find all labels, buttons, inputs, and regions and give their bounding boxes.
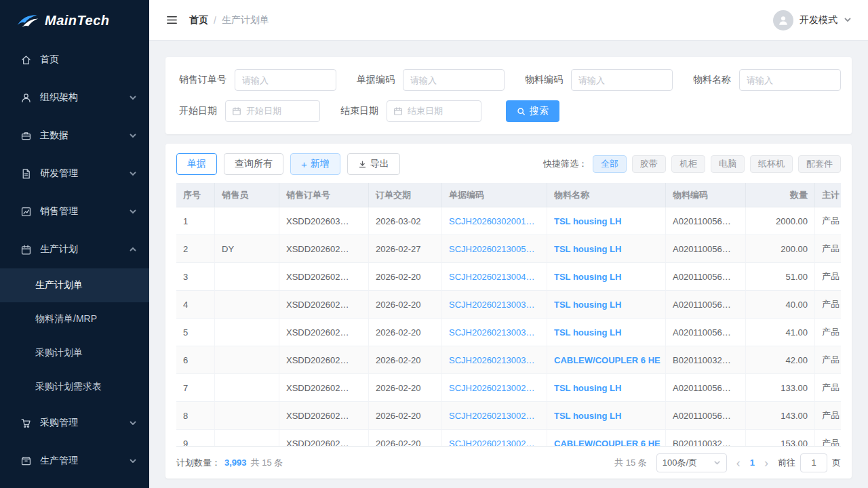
cell-material-code: A020110056… (666, 402, 746, 430)
quick-filter-chip[interactable]: 配套件 (798, 155, 841, 173)
cell-no: 1 (176, 207, 215, 235)
doc-code-link[interactable]: SCJH20260213003… (449, 355, 534, 365)
cell-plan-type: 产品 (815, 207, 841, 235)
filter-input[interactable] (571, 69, 673, 91)
date-input[interactable]: 结束日期 (387, 100, 481, 122)
search-button[interactable]: 搜索 (506, 100, 559, 122)
cell-order-no: XSDD202603… (279, 207, 369, 235)
cell-no: 3 (176, 263, 215, 291)
cell-qty: 2000.00 (746, 207, 815, 235)
user-mode-label: 开发模式 (800, 14, 837, 26)
cell-salesperson (215, 319, 279, 346)
calendar-icon (232, 106, 241, 116)
col-header-material-name: 物料名称 (547, 183, 666, 207)
chevron-down-icon (129, 131, 137, 140)
table-row: 3 XSDD202602… 2026-02-20 SCJH20260213004… (176, 263, 841, 291)
filter-label: 结束日期 (340, 105, 378, 117)
sidebar-subitem-bom-mrp[interactable]: 物料清单/MRP (0, 302, 149, 336)
page-size-select[interactable]: 100条/页 (656, 453, 727, 472)
sidebar-item-organization[interactable]: 组织架构 (0, 79, 149, 117)
quick-filter-label: 快捷筛选： (543, 158, 587, 170)
search-icon (517, 107, 526, 116)
material-name-link[interactable]: TSL housing LH (554, 327, 621, 338)
cell-qty: 143.00 (746, 402, 815, 430)
cell-order-no: XSDD202602… (279, 430, 369, 446)
chevron-down-icon (844, 15, 852, 26)
cart-icon (20, 418, 32, 429)
material-name-link[interactable]: CABLEW/COUPLER 6 HE (554, 355, 660, 365)
sidebar-subitem-purchase-plan-order[interactable]: 采购计划单 (0, 336, 149, 370)
date-input[interactable]: 开始日期 (225, 100, 320, 122)
collapse-menu-icon[interactable] (165, 14, 178, 26)
filter-field: 单据编码 (357, 69, 505, 91)
sidebar-item-master-data[interactable]: 主数据 (0, 117, 149, 155)
doc-code-link[interactable]: SCJH20260213002… (449, 439, 534, 447)
doc-code-link[interactable]: SCJH20260213003… (449, 300, 534, 310)
next-page-button[interactable]: › (764, 457, 768, 469)
cell-salesperson (215, 207, 279, 235)
table-row: 5 XSDD202602… 2026-02-20 SCJH20260213003… (176, 319, 841, 346)
current-page-number[interactable]: 1 (750, 458, 755, 468)
material-name-link[interactable]: TSL housing LH (554, 244, 621, 254)
org-user-icon (20, 92, 32, 104)
home-icon (20, 54, 32, 66)
date-placeholder: 结束日期 (408, 105, 443, 117)
quick-filter-chip[interactable]: 纸杯机 (750, 155, 793, 173)
material-name-link[interactable]: TSL housing LH (554, 216, 621, 226)
document-button[interactable]: 单据 (176, 153, 217, 175)
material-name-link[interactable]: TSL housing LH (554, 383, 621, 393)
doc-code-link[interactable]: SCJH20260213005… (449, 244, 534, 254)
sidebar-item-sales-management[interactable]: 销售管理 (0, 192, 149, 230)
sidebar-subitem-purchase-plan-requirements[interactable]: 采购计划需求表 (0, 370, 149, 404)
cell-plan-type: 产品 (815, 402, 841, 430)
cell-no: 6 (176, 346, 215, 374)
filter-input[interactable] (739, 69, 841, 91)
material-name-link[interactable]: TSL housing LH (554, 300, 621, 310)
cell-order-no: XSDD202602… (279, 374, 369, 402)
breadcrumb-home-link[interactable]: 首页 (189, 14, 208, 26)
cell-plan-type: 产品 (815, 430, 841, 446)
material-name-link[interactable]: TSL housing LH (554, 272, 621, 282)
sidebar-item-procurement-management[interactable]: 采购管理 (0, 404, 149, 442)
doc-code-link[interactable]: SCJH20260302001… (449, 216, 534, 226)
doc-code-link[interactable]: SCJH20260213004… (449, 272, 534, 282)
goto-suffix: 页 (832, 457, 841, 469)
cell-salesperson: DY (215, 235, 279, 263)
quick-filter-chip[interactable]: 电脑 (711, 155, 745, 173)
sidebar-item-production-planning[interactable]: 生产计划 (0, 230, 149, 268)
material-name-link[interactable]: CABLEW/COUPLER 6 HE (554, 439, 660, 447)
data-table-container: 序号 销售员 销售订单号 订单交期 单据编码 物料名称 物料编码 数量 主计 1 (176, 183, 841, 446)
cell-qty: 41.00 (746, 319, 815, 346)
quick-filter-chip[interactable]: 全部 (593, 155, 627, 173)
date-filter-field: 结束日期 结束日期 (340, 100, 481, 122)
quick-filter-chip[interactable]: 胶带 (632, 155, 666, 173)
quick-filter-chip[interactable]: 机柜 (671, 155, 705, 173)
sidebar-item-home[interactable]: 首页 (0, 41, 149, 79)
sidebar-subitem-label: 采购计划单 (35, 347, 83, 359)
doc-code-link[interactable]: SCJH20260213002… (449, 411, 534, 421)
goto-page-input[interactable] (800, 453, 827, 472)
doc-code-link[interactable]: SCJH20260213002… (449, 383, 534, 393)
material-name-link[interactable]: TSL housing LH (554, 411, 621, 421)
sidebar-item-rd-management[interactable]: 研发管理 (0, 155, 149, 192)
cell-salesperson (215, 263, 279, 291)
document-button-label: 单据 (187, 158, 206, 170)
cell-delivery-date: 2026-02-20 (369, 430, 442, 446)
user-menu[interactable]: 开发模式 (773, 10, 852, 30)
export-button[interactable]: 导出 (347, 153, 400, 175)
filter-input[interactable] (403, 69, 505, 91)
add-button[interactable]: + 新增 (290, 153, 340, 175)
goto-label: 前往 (778, 457, 795, 469)
query-all-button[interactable]: 查询所有 (224, 153, 283, 175)
cell-order-no: XSDD202602… (279, 402, 369, 430)
sidebar-subitem-production-plan-order[interactable]: 生产计划单 (0, 268, 149, 302)
sidebar-item-label: 首页 (40, 54, 137, 66)
doc-code-link[interactable]: SCJH20260213003… (449, 327, 534, 338)
data-table: 序号 销售员 销售订单号 订单交期 单据编码 物料名称 物料编码 数量 主计 1 (176, 183, 841, 446)
production-box-icon (20, 455, 32, 467)
query-all-button-label: 查询所有 (235, 158, 273, 170)
goto-page: 前往 页 (778, 453, 841, 472)
sidebar-item-production-management[interactable]: 生产管理 (0, 442, 149, 480)
filter-input[interactable] (235, 69, 336, 91)
prev-page-button[interactable]: ‹ (736, 457, 741, 469)
